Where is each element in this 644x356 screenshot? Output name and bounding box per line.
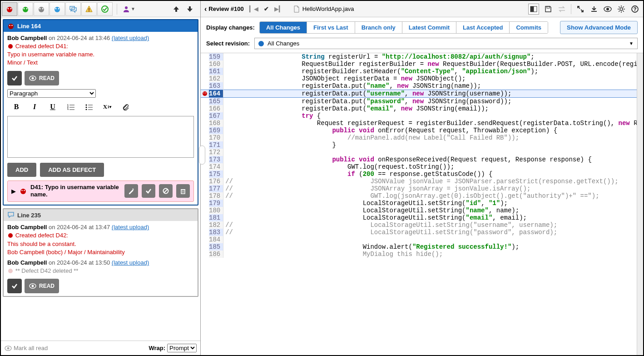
changes-tab[interactable]: Branch only [355, 22, 402, 33]
add-button[interactable]: ADD [7, 163, 36, 177]
svg-text:?: ? [634, 6, 637, 12]
changes-tab[interactable]: First vs Last [307, 22, 355, 33]
italic-button[interactable]: I [25, 100, 44, 113]
svg-point-19 [8, 44, 13, 49]
gear-icon[interactable] [617, 5, 626, 14]
bug-blue-icon[interactable] [50, 2, 65, 16]
arrow-down-icon[interactable] [186, 5, 194, 13]
svg-point-30 [86, 109, 87, 110]
save-icon[interactable] [544, 5, 553, 14]
changes-tab[interactable]: Latest Commit [402, 22, 456, 33]
block-defect-button[interactable] [159, 184, 173, 198]
underline-button[interactable]: U [44, 100, 62, 113]
split-view-icon[interactable] [528, 4, 539, 15]
svg-rect-13 [89, 10, 89, 11]
last-icon[interactable]: ▶▎ [274, 5, 283, 12]
ordered-list-button[interactable]: 123 [62, 100, 80, 113]
add-defect-button[interactable]: ADD AS DEFECT [40, 163, 104, 177]
changes-tab[interactable]: Last Accepted [456, 22, 510, 33]
bug-red-icon[interactable] [2, 2, 17, 16]
chevron-left-icon: ‹ [204, 5, 207, 13]
separator [117, 4, 117, 15]
comment-line-label: Line 235 [17, 212, 41, 219]
changes-tab[interactable]: All Changes [260, 22, 307, 33]
defect-item: ▶ D41: Typo in username variable name. [7, 181, 194, 202]
svg-point-7 [40, 8, 41, 9]
chat-icon[interactable] [65, 2, 81, 16]
preview-eye-icon[interactable] [603, 5, 612, 14]
code-view[interactable]: 159 String registerUrl = "http://localho… [201, 53, 643, 258]
comment-header[interactable]: Line 164 [4, 20, 198, 32]
bug-grey-icon[interactable] [34, 2, 49, 16]
svg-point-0 [7, 7, 12, 12]
changes-tab[interactable]: Commits [510, 22, 548, 33]
file-tab[interactable]: HelloWorldApp.java [289, 5, 359, 13]
split-drag-handle[interactable] [199, 145, 205, 165]
svg-rect-39 [181, 190, 185, 194]
svg-point-4 [24, 8, 25, 9]
wrap-select[interactable]: Prompt [167, 344, 197, 352]
overview-ruler[interactable] [637, 53, 643, 355]
svg-point-54 [606, 8, 609, 10]
attach-button[interactable] [116, 100, 134, 113]
svg-point-55 [620, 8, 623, 10]
revision-dot-icon [258, 41, 264, 46]
delete-defect-button[interactable] [176, 184, 190, 198]
bold-button[interactable]: B [7, 100, 25, 113]
user-dropdown[interactable]: ▼ [120, 5, 138, 13]
chat-icon [7, 211, 15, 219]
svg-point-68 [205, 93, 206, 94]
svg-point-36 [24, 190, 25, 191]
separator [571, 4, 571, 14]
svg-point-21 [32, 77, 34, 79]
bug-marker-icon[interactable] [202, 90, 208, 96]
svg-line-61 [623, 10, 624, 11]
svg-line-63 [623, 6, 624, 7]
advanced-mode-button[interactable]: Show Advanced Mode [560, 21, 638, 34]
first-icon[interactable]: ▎◀ [249, 5, 258, 12]
mark-all-read-button[interactable]: Mark all read [5, 345, 48, 351]
warning-icon[interactable] [81, 2, 97, 16]
swap-icon[interactable] [557, 5, 566, 14]
latest-upload-link[interactable]: (latest upload) [112, 259, 149, 266]
svg-line-38 [164, 189, 168, 193]
comment-textarea[interactable] [7, 116, 194, 158]
svg-point-48 [7, 347, 10, 349]
bug-faded-icon [7, 267, 14, 274]
deleted-defect-text: ** Defect D42 deleted ** [7, 267, 194, 275]
bug-green-icon[interactable] [18, 2, 33, 16]
svg-point-29 [86, 106, 87, 108]
accept-check-button[interactable] [7, 71, 22, 85]
expand-icon[interactable]: ▶ [11, 188, 16, 195]
bug-icon [7, 43, 14, 49]
check-icon[interactable]: ✔ [264, 5, 269, 12]
back-review-button[interactable]: ‹ Review #100 [204, 5, 244, 13]
read-button[interactable]: READ [25, 279, 59, 293]
bug-icon [7, 22, 15, 30]
read-button[interactable]: READ [25, 71, 59, 85]
svg-point-44 [8, 269, 13, 273]
paragraph-select[interactable]: Paragraph [7, 89, 96, 98]
latest-upload-link[interactable]: (latest upload) [112, 35, 149, 41]
subscript-button[interactable]: X1 ▾ [98, 100, 116, 113]
svg-rect-51 [530, 6, 534, 12]
svg-point-15 [125, 6, 128, 9]
revision-select[interactable]: All Changes [254, 38, 638, 49]
svg-point-46 [32, 285, 34, 287]
arrow-up-icon[interactable] [172, 5, 180, 13]
unordered-list-button[interactable] [80, 100, 98, 113]
edit-defect-button[interactable] [124, 184, 138, 198]
expand-icon[interactable] [576, 5, 585, 14]
comment-card: Line 164 Bob Campbell on 2024-06-24 at 1… [3, 19, 198, 206]
comment-header[interactable]: Line 235 [4, 209, 198, 221]
svg-point-16 [8, 24, 14, 29]
accept-check-button[interactable] [7, 279, 22, 293]
latest-upload-link[interactable]: (latest upload) [112, 224, 149, 231]
help-icon[interactable]: ? [630, 5, 639, 14]
svg-point-10 [55, 8, 57, 9]
download-icon[interactable] [590, 5, 599, 14]
svg-line-62 [619, 10, 619, 11]
user-icon [123, 5, 130, 13]
check-circle-icon[interactable] [97, 2, 113, 16]
check-defect-button[interactable] [142, 184, 155, 198]
